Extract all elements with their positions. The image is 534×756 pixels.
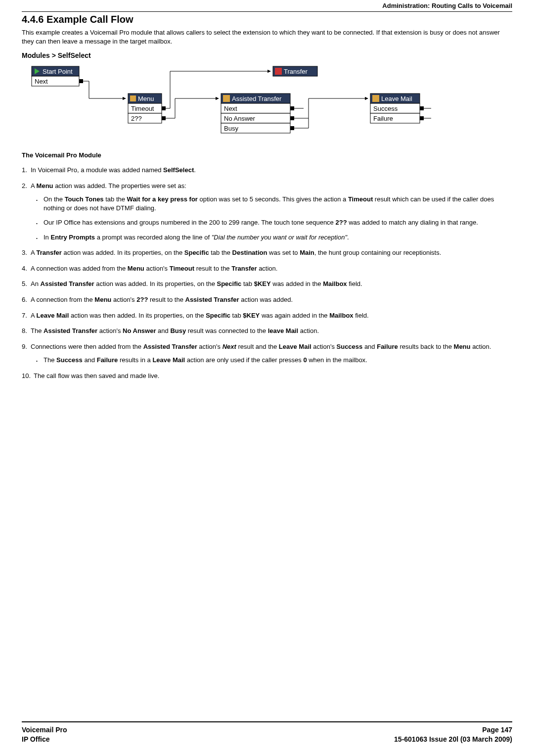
lm-failure: Failure <box>373 115 393 122</box>
step-2a: On the Touch Tones tab the Wait for a ke… <box>36 195 512 212</box>
menu-label: Menu <box>138 95 154 102</box>
footer: Voicemail Pro IP Office Page 147 15-6010… <box>22 721 512 744</box>
svg-rect-13 <box>223 95 230 102</box>
step-7: A Leave Mail action was then added. In i… <box>22 311 512 320</box>
menu-node: Menu Timeout 2?? <box>128 94 166 123</box>
page-title: 4.4.6 Example Call Flow <box>22 14 512 25</box>
flow-diagram: Modules > SelfSelect Start Point Next <box>22 51 512 141</box>
step-9: Connections were then added from the Ass… <box>22 342 512 365</box>
step-3: A Transfer action was added. In its prop… <box>22 248 512 257</box>
step-6: A connection from the Menu action's 2?? … <box>22 295 512 304</box>
footer-left-1: Voicemail Pro <box>22 725 67 735</box>
at-no-answer: No Answer <box>224 115 256 122</box>
lm-success: Success <box>373 105 398 112</box>
assisted-transfer-label: Assisted Transfer <box>232 95 282 102</box>
breadcrumb-header: Administration: Routing Calls to Voicema… <box>0 0 534 11</box>
section-title: The Voicemail Pro Module <box>22 151 512 159</box>
svg-rect-5 <box>130 95 136 101</box>
svg-rect-23 <box>420 106 424 110</box>
footer-right-2: 15-601063 Issue 20l (03 March 2009) <box>394 735 512 744</box>
step-2c: In Entry Prompts a prompt was recorded a… <box>36 233 512 242</box>
step-8: The Assisted Transfer action's No Answer… <box>22 327 512 335</box>
diagram-breadcrumb: Modules > SelfSelect <box>22 51 512 59</box>
svg-rect-17 <box>290 116 294 120</box>
start-point-label: Start Point <box>43 68 73 75</box>
start-point-node: Start Point Next <box>32 66 83 86</box>
svg-rect-11 <box>275 68 282 75</box>
footer-right-1: Page 147 <box>394 725 512 735</box>
assisted-transfer-node: Assisted Transfer Next No Answer Busy <box>221 94 294 133</box>
flow-svg: Start Point Next Menu Timeout 2?? <box>22 61 482 141</box>
step-5: An Assisted Transfer action was added. I… <box>22 280 512 288</box>
footer-divider <box>22 721 512 722</box>
step-2b: Our IP Office has extensions and groups … <box>36 218 512 227</box>
svg-rect-25 <box>420 116 424 120</box>
svg-rect-3 <box>79 79 83 83</box>
intro-text: This example creates a Voicemail Pro mod… <box>22 28 512 46</box>
svg-rect-15 <box>290 106 294 110</box>
steps-list: In Voicemail Pro, a module was added nam… <box>22 166 512 380</box>
step-4: A connection was added from the Menu act… <box>22 264 512 273</box>
leave-mail-label: Leave Mail <box>381 95 412 102</box>
menu-pattern: 2?? <box>131 115 142 122</box>
at-busy: Busy <box>224 125 238 132</box>
header-divider <box>22 11 512 12</box>
start-point-next: Next <box>35 78 48 85</box>
transfer-label: Transfer <box>284 68 308 75</box>
svg-rect-21 <box>372 95 379 102</box>
step-2: A Menu action was added. The properties … <box>22 182 512 242</box>
footer-left-2: IP Office <box>22 735 67 744</box>
leave-mail-node: Leave Mail Success Failure <box>370 94 424 123</box>
menu-timeout: Timeout <box>131 105 154 112</box>
svg-rect-19 <box>290 126 294 130</box>
at-next: Next <box>224 105 237 112</box>
transfer-node: Transfer <box>273 66 317 76</box>
svg-rect-7 <box>162 106 166 110</box>
step-1: In Voicemail Pro, a module was added nam… <box>22 166 512 175</box>
step-10: The call flow was then saved and made li… <box>22 372 512 380</box>
svg-rect-9 <box>162 116 166 120</box>
step-9a: The Success and Failure results in a Lea… <box>36 356 512 365</box>
